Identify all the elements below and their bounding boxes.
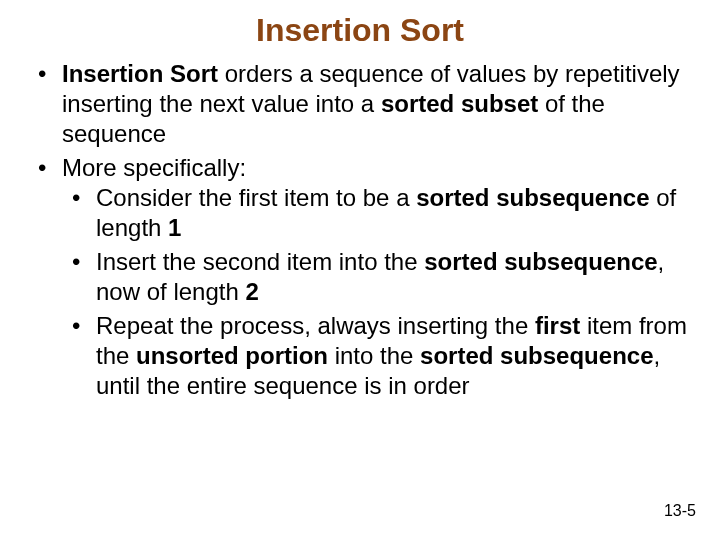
bullet-list: Insertion Sort orders a sequence of valu… [28,59,692,401]
bold-text: sorted subsequence [420,342,653,369]
text: into the [328,342,420,369]
bullet-item-1: Insertion Sort orders a sequence of valu… [28,59,692,149]
text: Repeat the process, always inserting the [96,312,535,339]
slide-title: Insertion Sort [0,0,720,59]
sub-bullet-item-1: Consider the first item to be a sorted s… [62,183,692,243]
sub-bullet-list: Consider the first item to be a sorted s… [62,183,692,401]
sub-bullet-item-3: Repeat the process, always inserting the… [62,311,692,401]
page-number: 13-5 [664,502,696,520]
slide: Insertion Sort Insertion Sort orders a s… [0,0,720,540]
bullet-item-2: More specifically: Consider the first it… [28,153,692,401]
bold-text: 1 [168,214,181,241]
text: More specifically: [62,154,246,181]
sub-bullet-item-2: Insert the second item into the sorted s… [62,247,692,307]
bold-text: sorted subset [381,90,538,117]
bold-text: sorted subsequence [424,248,657,275]
bold-text: Insertion Sort [62,60,218,87]
bold-text: sorted subsequence [416,184,649,211]
bold-text: 2 [245,278,258,305]
text: Insert the second item into the [96,248,424,275]
slide-body: Insertion Sort orders a sequence of valu… [0,59,720,401]
bold-text: first [535,312,580,339]
bold-text: unsorted portion [136,342,328,369]
text: Consider the first item to be a [96,184,416,211]
